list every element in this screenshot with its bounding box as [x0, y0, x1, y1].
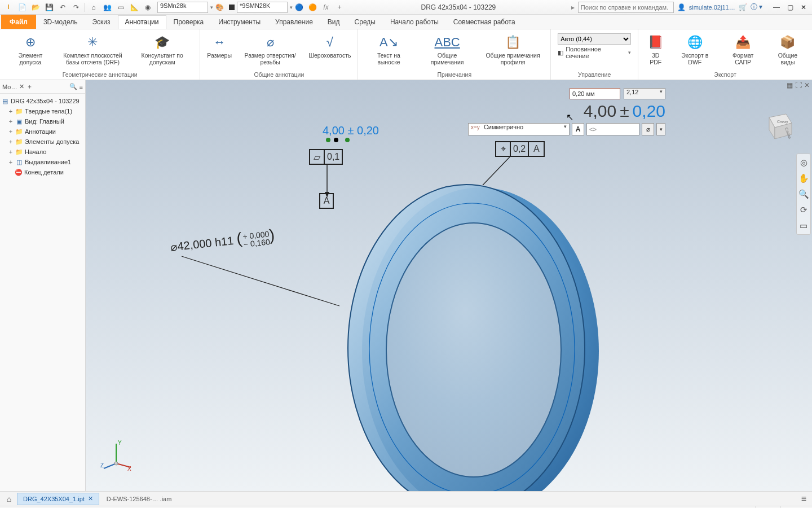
- leader-text-icon: A↘: [379, 33, 398, 52]
- tab-environments[interactable]: Среды: [347, 15, 383, 29]
- close-button[interactable]: ✕: [797, 2, 810, 12]
- fx-icon[interactable]: fx: [320, 2, 332, 13]
- datum-a-box[interactable]: A: [319, 193, 334, 209]
- hole-thread-button[interactable]: ⌀ Размер отверстия/резьбы: [237, 32, 303, 67]
- viewport-3d[interactable]: ▦ ⛶ ✕ 2,12▾ 4,00 ± 0,20 x=y Симметрично …: [86, 80, 812, 491]
- search-expand-icon[interactable]: ▸: [571, 3, 575, 11]
- tab-annotate[interactable]: Аннотации: [118, 15, 166, 29]
- dimension-preview: 4,00 ± 0,20: [584, 102, 665, 121]
- nav-zoom-icon[interactable]: 🔍: [798, 189, 809, 199]
- undo-icon[interactable]: ↶: [56, 2, 69, 13]
- drf-button[interactable]: ✳ Комплект плоскостей базы отсчета (DRF): [60, 32, 126, 67]
- dimension-callout-width[interactable]: 4,00 ± 0,20: [323, 124, 379, 137]
- tree-node[interactable]: Элементы допуска: [25, 138, 79, 145]
- tab-inspect[interactable]: Проверка: [166, 15, 211, 29]
- appearance-override-icon[interactable]: 🔵: [293, 2, 305, 13]
- browser-close-icon[interactable]: ✕: [19, 83, 24, 90]
- app-store-icon[interactable]: 🛒: [739, 3, 747, 11]
- appearance-palette-icon[interactable]: 🎨: [213, 2, 226, 13]
- view-cube[interactable]: Снизу Слева: [761, 107, 795, 141]
- tab-collaborate[interactable]: Совместная работа: [446, 15, 523, 29]
- model-tree[interactable]: ▤DRG 42x35x04 - 103229 +📁Твердые тела(1)…: [0, 94, 85, 179]
- new-icon[interactable]: 📄: [16, 2, 28, 13]
- team-icon[interactable]: 👥: [101, 2, 113, 13]
- half-section-button[interactable]: ◧ Половинное сечение ▾: [555, 46, 633, 59]
- expand-icon[interactable]: +: [8, 128, 14, 135]
- shared-views-button[interactable]: 📦 Общие виды: [768, 32, 807, 67]
- expand-icon[interactable]: +: [8, 148, 14, 155]
- dimension-button[interactable]: ↔ Размеры: [205, 32, 234, 60]
- scale-combo[interactable]: Авто (0,44): [555, 33, 633, 45]
- tab-tools[interactable]: Инструменты: [211, 15, 268, 29]
- material-combo-2[interactable]: *9SMN28K▾: [229, 2, 293, 13]
- select-icon[interactable]: ▭: [114, 2, 127, 13]
- export-3dpdf-button[interactable]: 📕 3D PDF: [643, 32, 668, 67]
- tree-node[interactable]: Вид: Главный: [25, 118, 64, 125]
- nav-lookat-icon[interactable]: ▭: [800, 221, 807, 231]
- export-cad-button[interactable]: 📤 Формат САПР: [721, 32, 765, 67]
- leader-text-button[interactable]: A↘ Текст на выноске: [363, 32, 414, 67]
- doc-tab-home[interactable]: ⌂: [2, 493, 16, 505]
- tab-file[interactable]: Файл: [1, 15, 36, 29]
- doc-tab-active[interactable]: DRG_42X35X04_1.ipt✕: [17, 493, 99, 505]
- tab-get-started[interactable]: Начало работы: [383, 15, 446, 29]
- user-label[interactable]: simulate.02j11…: [689, 4, 735, 11]
- tolerance-feature-button[interactable]: ⊕ Элемент допуска: [5, 32, 56, 67]
- tab-sketch[interactable]: Эскиз: [85, 15, 117, 29]
- tab-3d-model[interactable]: 3D-модель: [36, 15, 85, 29]
- material-combo-1[interactable]: 9SMn28k▾: [157, 2, 213, 13]
- diameter-symbol-button[interactable]: ⌀: [642, 123, 654, 135]
- doc-tab-other[interactable]: D-EWS-125648-… .iam: [100, 493, 178, 505]
- tab-manage[interactable]: Управление: [268, 15, 320, 29]
- more-options-button[interactable]: ▾: [656, 123, 665, 135]
- fcf-position[interactable]: ⌖ 0,2 A: [495, 141, 545, 157]
- ring-model[interactable]: [311, 125, 627, 491]
- expand-icon[interactable]: +: [8, 138, 14, 145]
- plus-icon[interactable]: ＋: [333, 2, 346, 13]
- help-icon[interactable]: ⓘ ▾: [751, 2, 762, 12]
- viewport-tile-icon[interactable]: ▦: [787, 81, 793, 89]
- nav-wheel-icon[interactable]: ◎: [800, 157, 807, 168]
- tree-node[interactable]: Твердые тела(1): [25, 108, 72, 115]
- tab-view[interactable]: Вид: [320, 15, 347, 29]
- doc-tabs-menu-icon[interactable]: ≡: [798, 494, 810, 504]
- appearance-sphere-icon[interactable]: ◉: [142, 2, 154, 13]
- expand-icon[interactable]: +: [8, 159, 14, 165]
- tab-close-icon[interactable]: ✕: [88, 495, 93, 502]
- tree-root[interactable]: DRG 42x35x04 - 103229: [11, 98, 80, 104]
- help-search-input[interactable]: [578, 2, 674, 13]
- tolerance-advisor-button[interactable]: 🎓 Консультант по допускам: [129, 32, 195, 67]
- clear-override-icon[interactable]: 🟠: [306, 2, 319, 13]
- browser-menu-icon[interactable]: ≡: [80, 84, 83, 90]
- minimize-button[interactable]: —: [770, 2, 783, 12]
- browser-add-icon[interactable]: ＋: [27, 82, 33, 91]
- maximize-button[interactable]: ▢: [784, 2, 796, 12]
- tree-node[interactable]: Конец детали: [24, 169, 64, 176]
- browser-search-icon[interactable]: 🔍: [69, 83, 77, 90]
- tolerance-value-input[interactable]: [570, 88, 620, 99]
- nav-orbit-icon[interactable]: ⟳: [800, 205, 807, 215]
- viewport-close-icon[interactable]: ✕: [804, 81, 810, 89]
- tree-node[interactable]: Выдавливание1: [25, 159, 71, 165]
- save-icon[interactable]: 💾: [43, 2, 55, 13]
- tree-node[interactable]: Аннотации: [25, 128, 56, 135]
- open-icon[interactable]: 📂: [29, 2, 42, 13]
- general-notes-button[interactable]: ABC Общие примечания: [418, 32, 476, 67]
- nav-pan-icon[interactable]: ✋: [798, 173, 809, 183]
- viewport-max-icon[interactable]: ⛶: [795, 81, 802, 89]
- expand-icon[interactable]: +: [8, 118, 14, 125]
- navigation-bar: ◎ ✋ 🔍 ⟳ ▭: [796, 154, 811, 235]
- export-dwf-button[interactable]: 🌐 Экспорт в DWF: [672, 32, 718, 67]
- expand-icon[interactable]: +: [8, 108, 14, 115]
- fcf-flatness[interactable]: ▱ 0,1: [309, 149, 343, 165]
- user-icon[interactable]: 👤: [677, 3, 686, 11]
- profile-notes-button[interactable]: 📋 Общие примечания профиля: [480, 32, 546, 67]
- surface-texture-button[interactable]: √ Шероховатость: [306, 32, 353, 60]
- measure-icon[interactable]: 📐: [128, 2, 140, 13]
- title-bar: I 📄 📂 💾 ↶ ↷ ⌂ 👥 ▭ 📐 ◉ 9SMn28k▾ 🎨 *9SMN28…: [0, 0, 812, 15]
- tree-node[interactable]: Начало: [25, 148, 46, 155]
- cad-format-icon: 📤: [734, 33, 753, 52]
- precision-select[interactable]: 2,12▾: [624, 88, 665, 99]
- redo-icon[interactable]: ↷: [70, 2, 82, 13]
- home-icon[interactable]: ⌂: [87, 2, 100, 13]
